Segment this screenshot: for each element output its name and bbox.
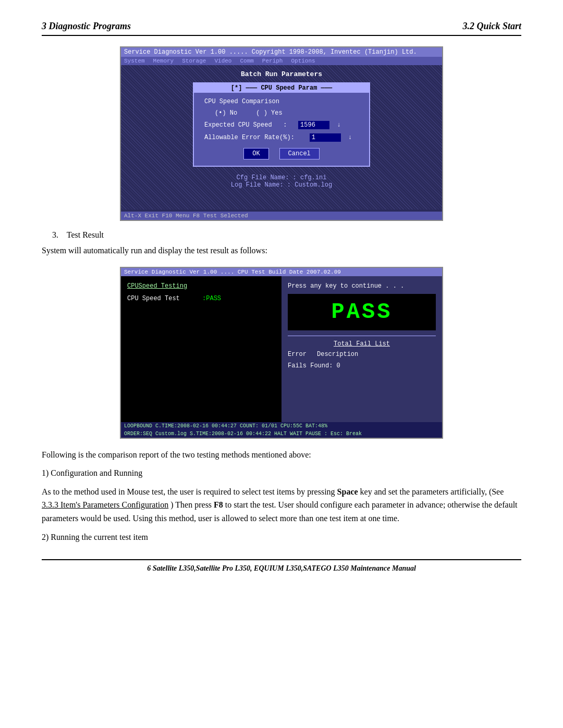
screenshot-1: Service Diagnostic Ver 1.00 ..... Copyri… [120,46,443,221]
scr1-body: Batch Run Parameters [*] ——— CPU Speed P… [121,65,442,209]
error-rate-value[interactable]: 1 [310,133,341,142]
scr2-right-panel: Press any key to continue . . . PASS Tot… [282,276,442,422]
dialog-title: [*] ——— CPU Speed Param ——— [194,83,369,93]
fail-header: Error Description [288,351,436,358]
cancel-button[interactable]: Cancel [279,148,320,159]
ok-button[interactable]: OK [243,148,268,159]
error-rate-label: Allowable Error Rate(%): [204,134,295,141]
dialog-buttons: OK Cancel [204,148,359,159]
cpu-speed-testing-title: CPUSpeed Testing [127,282,275,290]
section-number: 3. [52,230,58,239]
footer-text: 6 Satellite L350,Satellite Pro L350, EQU… [147,564,416,573]
running-item: 2) Running the current test item [42,530,521,544]
menu-options[interactable]: Options [291,58,315,64]
cpu-comparison-radios: (•) No ( ) Yes [204,109,359,117]
press-any-key: Press any key to continue . . . [288,282,436,290]
para1-start: As to the method used in Mouse test, the… [42,487,335,496]
dialog-title-text: CPU Speed Param [261,84,317,92]
expected-value[interactable]: 1596 [298,121,329,129]
description-col-header: Description [317,351,358,358]
total-fail-title: Total Fail List [288,340,436,348]
scr1-title: Service Diagnostic Ver 1.00 ..... Copyri… [121,47,442,57]
section-title: 3.2 Quick Start [462,21,521,32]
pass-display: PASS [288,294,436,330]
page-header: 3 Diagnostic Programs 3.2 Quick Start [42,21,521,36]
scr2-title-text: Service Diagnostic Ver 1.00 .... CPU Tes… [124,269,341,275]
scr1-cfg-file: Cfg File Name: : cfg.ini Log File Name: … [131,174,432,189]
chapter-title: 3 Diagnostic Programs [42,21,131,32]
pass-big-text: PASS [332,300,393,325]
para1-link[interactable]: 3.3.3 Item's Parameters Configuration [42,500,168,509]
error-col-header: Error [288,351,307,358]
menu-comm[interactable]: Comm [240,58,253,64]
expected-label: Expected CPU Speed [204,121,272,129]
para1-end: ) Then press [170,500,214,509]
para1-cont: key and set the parameters artificially,… [360,487,504,496]
para1: As to the method used in Mouse test, the… [42,485,521,525]
scr2-title: Service Diagnostic Ver 1.00 .... CPU Tes… [121,268,442,276]
section-label: Test Result [67,230,104,239]
menu-system[interactable]: System [124,58,145,64]
cpu-param-dialog: [*] ——— CPU Speed Param ——— CPU Speed Co… [193,82,370,167]
menu-storage[interactable]: Storage [182,58,206,64]
menu-video[interactable]: Video [214,58,231,64]
batch-title: Batch Run Parameters [131,70,432,78]
cpu-comparison-label: CPU Speed Comparison [204,98,359,105]
menu-memory[interactable]: Memory [153,58,174,64]
cpu-test-row: CPU Speed Test :PASS [127,295,275,302]
menu-periph[interactable]: Periph [262,58,283,64]
screenshot-2: Service Diagnostic Ver 1.00 .... CPU Tes… [120,267,443,439]
cpu-test-label: CPU Speed Test [127,295,180,302]
para1-f8: F8 [214,500,223,509]
page: 3 Diagnostic Programs 3.2 Quick Start Se… [0,0,563,728]
scr1-menu: System Memory Storage Video Comm Periph … [121,57,442,65]
scr2-status1: LOOPBOUND C.TIME:2008-02-16 00:44:27 COU… [121,422,442,430]
error-rate-row: Allowable Error Rate(%): 1 ↓ [204,133,359,142]
scr1-status: Alt-X Exit F10 Menu F8 Test Selected [121,212,442,220]
cpu-test-result: :PASS [202,295,221,302]
total-fail-section: Total Fail List Error Description Fails … [288,336,436,416]
dialog-marker: [*] [231,84,242,92]
config-running-item: 1) Configuration and Running [42,466,521,480]
following-text: Following is the comparison report of th… [42,448,521,462]
scr2-status2: ORDER:SEQ Custom.log S.TIME:2008-02-16 0… [121,430,442,438]
radio-no[interactable]: (•) No [215,109,237,117]
page-footer: 6 Satellite L350,Satellite Pro L350, EQU… [42,559,521,573]
expected-row: Expected CPU Speed : 1596 ↓ [204,121,359,129]
fails-found: Fails Found: 0 [288,362,436,369]
test-result-heading: 3. Test Result [52,230,521,240]
scr2-left-panel: CPUSpeed Testing CPU Speed Test :PASS [121,276,282,422]
intro-text: System will automatically run and displa… [42,244,521,257]
radio-yes[interactable]: ( ) Yes [256,109,282,117]
scr2-body: CPUSpeed Testing CPU Speed Test :PASS Pr… [121,276,442,422]
para1-bold: Space [337,487,358,496]
